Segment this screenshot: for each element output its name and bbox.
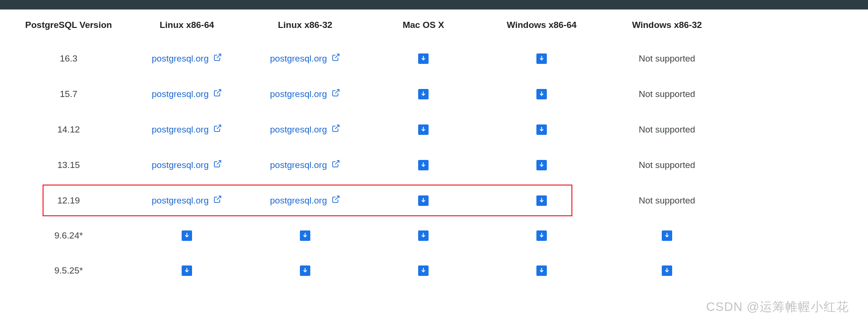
download-cell: postgresql.org [128,41,246,76]
download-button[interactable] [418,195,429,206]
download-button[interactable] [418,265,429,276]
download-cell: postgresql.org [128,183,246,218]
link-label: postgresql.org [270,53,327,64]
download-icon [420,53,427,64]
download-icon [538,195,545,206]
link-label: postgresql.org [270,89,327,99]
not-supported-label: Not supported [639,89,695,99]
external-link[interactable]: postgresql.org [152,53,222,64]
not-supported-label: Not supported [639,53,695,63]
link-label: postgresql.org [270,124,327,135]
external-link[interactable]: postgresql.org [270,124,340,135]
col-linux32: Linux x86-32 [246,9,364,41]
download-icon [664,230,670,241]
external-link[interactable]: postgresql.org [152,88,222,99]
download-button[interactable] [662,265,672,276]
external-link[interactable]: postgresql.org [270,159,340,170]
download-button[interactable] [536,89,547,99]
col-win32: Windows x86-32 [601,9,733,41]
download-cell [601,253,733,288]
external-link-icon [213,88,222,99]
download-button[interactable] [182,230,192,241]
download-button[interactable] [536,160,547,170]
download-icon [538,124,545,135]
download-button[interactable] [300,230,310,241]
not-supported-label: Not supported [639,124,695,134]
download-cell: postgresql.org [128,76,246,112]
not-supported-label: Not supported [639,195,695,205]
download-button[interactable] [418,124,429,135]
download-button[interactable] [418,160,429,170]
download-icon [420,124,427,135]
download-button[interactable] [300,265,310,276]
download-cell: postgresql.org [246,183,364,218]
download-icon [538,230,545,241]
link-label: postgresql.org [152,53,209,64]
download-button[interactable] [536,195,547,206]
top-bar [0,0,868,9]
table-row: 12.19postgresql.orgpostgresql.orgNot sup… [9,183,733,218]
external-link-icon [332,124,340,135]
external-link-icon [332,53,340,64]
external-link[interactable]: postgresql.org [152,124,222,135]
download-icon [302,230,308,241]
download-button[interactable] [536,230,547,241]
download-cell: Not supported [601,147,733,183]
download-cell: postgresql.org [246,41,364,76]
download-cell [128,218,246,253]
download-cell: postgresql.org [246,112,364,147]
external-link-icon [213,53,222,64]
table-row: 16.3postgresql.orgpostgresql.orgNot supp… [9,41,733,76]
link-label: postgresql.org [270,195,327,206]
col-win64: Windows x86-64 [482,9,601,41]
version-cell: 9.6.24* [9,218,128,253]
download-button[interactable] [418,89,429,99]
external-link[interactable]: postgresql.org [152,195,222,206]
download-cell: Not supported [601,41,733,76]
col-macosx: Mac OS X [364,9,482,41]
download-cell: Not supported [601,112,733,147]
downloads-table: PostgreSQL Version Linux x86-64 Linux x8… [9,9,733,288]
download-cell [364,76,482,112]
download-icon [420,230,427,241]
download-button[interactable] [662,230,672,241]
download-button[interactable] [182,265,192,276]
download-button[interactable] [418,53,429,64]
version-cell: 9.5.25* [9,253,128,288]
download-button[interactable] [536,265,547,276]
version-cell: 14.12 [9,112,128,147]
external-link-icon [332,195,340,206]
download-cell [482,41,601,76]
download-cell [482,253,601,288]
link-label: postgresql.org [152,89,209,99]
downloads-table-area: PostgreSQL Version Linux x86-64 Linux x8… [9,9,733,288]
external-link[interactable]: postgresql.org [270,195,340,206]
download-icon [420,265,427,276]
download-button[interactable] [536,124,547,135]
download-cell [364,41,482,76]
download-cell [246,253,364,288]
external-link[interactable]: postgresql.org [270,88,340,99]
external-link-icon [213,195,222,206]
col-linux64: Linux x86-64 [128,9,246,41]
download-cell [364,183,482,218]
col-version: PostgreSQL Version [9,9,128,41]
version-cell: 13.15 [9,147,128,183]
external-link[interactable]: postgresql.org [270,53,340,64]
external-link[interactable]: postgresql.org [152,159,222,170]
download-cell [482,112,601,147]
download-button[interactable] [418,230,429,241]
download-cell [364,218,482,253]
table-row: 13.15postgresql.orgpostgresql.orgNot sup… [9,147,733,183]
link-label: postgresql.org [152,124,209,135]
download-cell [364,112,482,147]
external-link-icon [332,88,340,99]
table-header-row: PostgreSQL Version Linux x86-64 Linux x8… [9,9,733,41]
download-cell: postgresql.org [246,147,364,183]
download-button[interactable] [536,53,547,64]
external-link-icon [332,159,340,170]
download-icon [538,89,545,99]
download-cell [128,253,246,288]
download-icon [420,195,427,206]
external-link-icon [213,159,222,170]
